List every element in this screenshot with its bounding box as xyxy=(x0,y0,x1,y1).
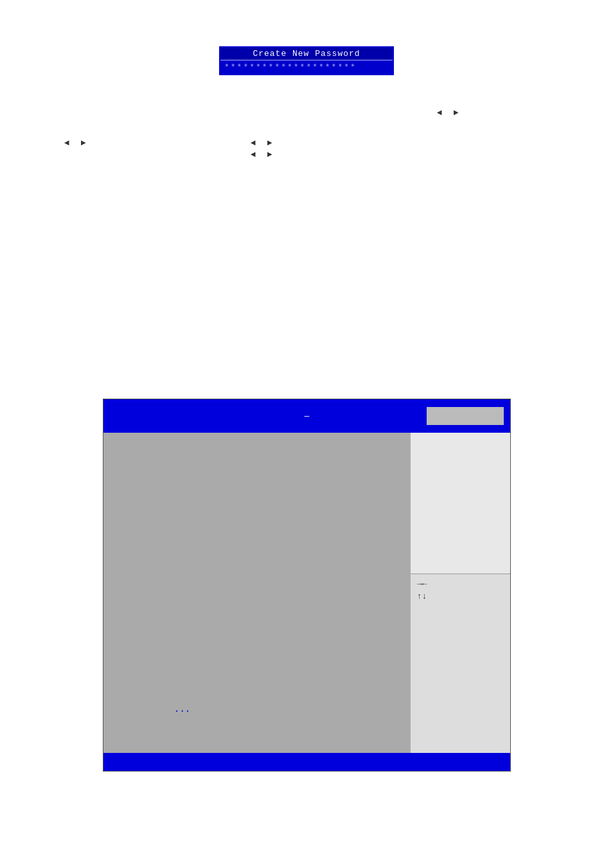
bios-panel-body: ... →← ↑↓ xyxy=(103,433,510,753)
nav-arrows-row2: ◄ ► xyxy=(251,138,272,148)
bios-ellipsis: ... xyxy=(174,704,190,714)
bios-panel-left: ... xyxy=(103,433,411,753)
bios-panel-footer xyxy=(103,753,510,771)
bios-panel-right: →← ↑↓ xyxy=(411,433,510,753)
bios-panel-header: — xyxy=(103,399,510,433)
right-arrow-icon-r2[interactable]: ► xyxy=(267,138,272,148)
left-arrow-icon-r1[interactable]: ◄ xyxy=(64,138,69,148)
left-arrow-icon-r2[interactable]: ◄ xyxy=(251,138,256,148)
bios-right-bottom-panel: →← ↑↓ xyxy=(411,574,510,753)
password-dialog: Create New Password ********************… xyxy=(219,46,394,75)
right-arrow-icon-r1[interactable]: ► xyxy=(81,138,86,148)
left-arrow-icon[interactable]: ◄ xyxy=(437,108,442,118)
bios-right-top-panel xyxy=(411,433,510,574)
password-input-field[interactable]: ********************* xyxy=(220,60,393,74)
left-arrow-icon-r3[interactable]: ◄ xyxy=(251,150,256,159)
nav-arrows-row3: ◄ ► xyxy=(251,150,272,159)
nav-arrows-row1-left: ◄ ► xyxy=(64,138,86,148)
nav-arrows-top-right: ◄ ► xyxy=(437,108,459,118)
bios-panel: — ... →← ↑↓ xyxy=(103,399,511,772)
password-dialog-title: Create New Password xyxy=(223,49,390,59)
bios-header-title: — xyxy=(305,411,310,421)
vertical-arrows-icon: ↑↓ xyxy=(417,592,504,601)
password-title-bar: Create New Password xyxy=(220,48,393,60)
horizontal-arrows-icon: →← xyxy=(417,579,504,589)
bios-header-right-box xyxy=(427,407,504,425)
right-arrow-icon[interactable]: ► xyxy=(454,108,459,118)
right-arrow-icon-r3[interactable]: ► xyxy=(267,150,272,159)
